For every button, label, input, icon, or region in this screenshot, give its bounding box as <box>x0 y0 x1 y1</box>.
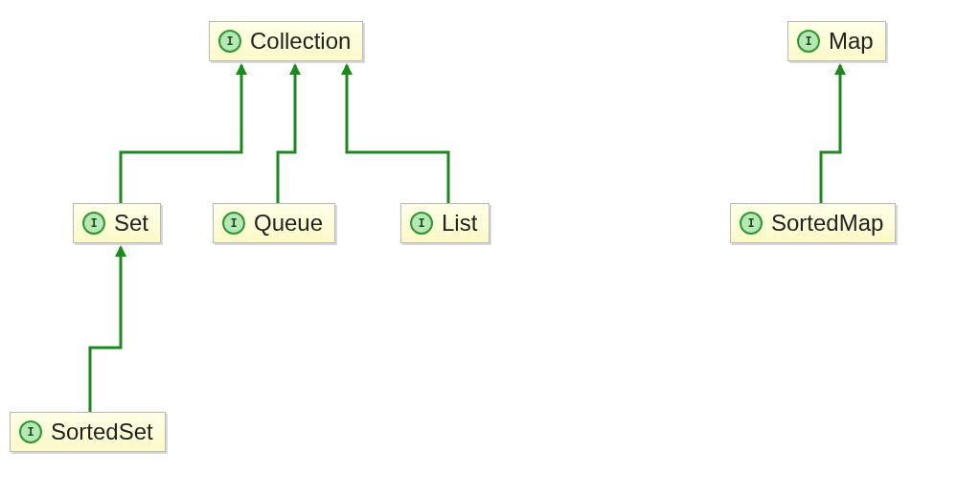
node-sortedset: I SortedSet <box>10 412 166 452</box>
svg-text:I: I <box>230 216 237 230</box>
interface-icon: I <box>221 211 246 236</box>
node-label: Map <box>829 28 874 55</box>
interface-icon: I <box>409 211 434 236</box>
svg-text:I: I <box>747 216 754 230</box>
node-sortedmap: I SortedMap <box>730 203 896 243</box>
node-label: Set <box>114 210 148 237</box>
node-list: I List <box>400 203 490 243</box>
interface-icon: I <box>81 211 106 236</box>
interface-icon: I <box>739 211 763 236</box>
node-map: I Map <box>787 21 886 61</box>
inheritance-arrow <box>347 65 448 203</box>
node-label: Queue <box>254 210 323 237</box>
inheritance-arrow <box>90 247 121 412</box>
svg-text:I: I <box>27 425 34 439</box>
interface-icon: I <box>18 419 43 444</box>
node-label: Collection <box>250 28 351 55</box>
svg-text:I: I <box>805 34 811 48</box>
inheritance-arrow <box>121 65 241 203</box>
interface-icon: I <box>217 29 242 54</box>
node-set: I Set <box>73 203 161 243</box>
svg-text:I: I <box>226 34 233 48</box>
svg-text:I: I <box>418 216 424 230</box>
inheritance-arrow <box>821 65 840 203</box>
svg-text:I: I <box>90 216 97 230</box>
node-label: SortedSet <box>51 419 153 445</box>
interface-hierarchy-diagram: I Collection I Set I Queue I List I Sort… <box>0 0 980 498</box>
node-queue: I Queue <box>213 203 335 243</box>
inheritance-arrow <box>278 65 295 203</box>
interface-icon: I <box>796 29 821 54</box>
node-label: SortedMap <box>771 210 883 237</box>
node-label: List <box>442 210 477 237</box>
node-collection: I Collection <box>209 21 363 61</box>
